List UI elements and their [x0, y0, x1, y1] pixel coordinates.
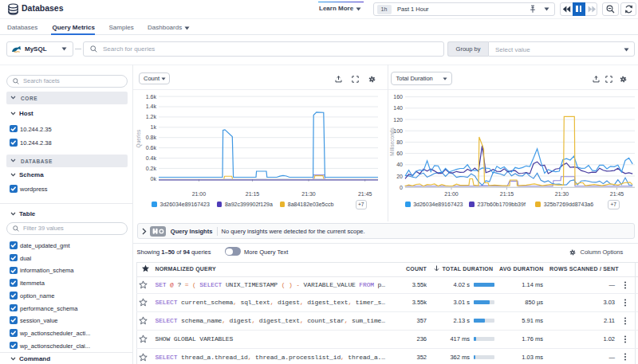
- svg-text:0k: 0k: [151, 176, 157, 182]
- svg-text:Queries: Queries: [136, 129, 142, 148]
- svg-text:160: 160: [393, 94, 403, 100]
- svg-text:40: 40: [396, 162, 403, 167]
- svg-text:21:15: 21:15: [246, 191, 260, 197]
- svg-text:0.6k: 0.6k: [146, 145, 157, 151]
- svg-text:21:45: 21:45: [610, 191, 624, 197]
- svg-text:21:30: 21:30: [301, 191, 316, 197]
- svg-text:80: 80: [396, 139, 403, 145]
- svg-text:21:00: 21:00: [444, 191, 459, 197]
- svg-text:20: 20: [396, 174, 403, 179]
- svg-text:1.4k: 1.4k: [146, 104, 157, 109]
- svg-text:120: 120: [393, 117, 403, 123]
- svg-text:Milliseconds: Milliseconds: [389, 127, 395, 156]
- svg-text:21:15: 21:15: [500, 191, 514, 197]
- svg-text:140: 140: [393, 105, 403, 111]
- svg-text:1.2k: 1.2k: [146, 114, 157, 119]
- svg-text:21:30: 21:30: [555, 191, 569, 197]
- svg-text:1k: 1k: [151, 124, 157, 130]
- svg-text:0.4k: 0.4k: [146, 155, 157, 161]
- svg-text:0.8k: 0.8k: [146, 135, 157, 140]
- svg-text:0.2k: 0.2k: [146, 166, 157, 171]
- svg-text:21:45: 21:45: [358, 191, 372, 197]
- svg-text:1.6k: 1.6k: [146, 94, 157, 100]
- svg-text:60: 60: [396, 151, 403, 156]
- svg-text:21:00: 21:00: [192, 191, 207, 197]
- svg-text:100: 100: [393, 128, 403, 134]
- svg-text:0: 0: [400, 185, 403, 190]
